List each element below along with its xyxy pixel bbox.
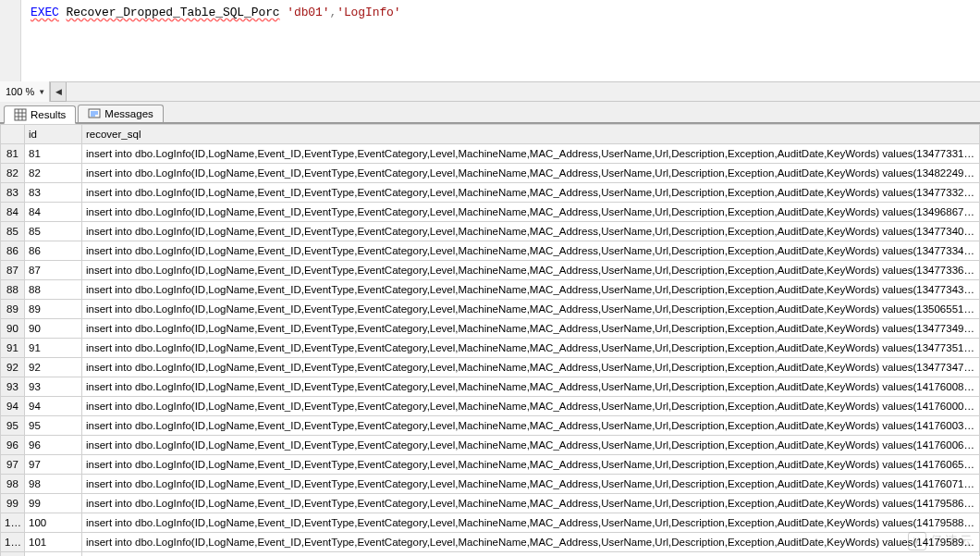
cell-recover-sql[interactable]: insert into dbo.LogInfo(ID,LogName,Event… <box>82 300 980 319</box>
header-recover-sql[interactable]: recover_sql <box>82 125 980 144</box>
cell-id[interactable]: 92 <box>25 358 82 377</box>
row-number[interactable]: 84 <box>1 203 25 222</box>
row-number[interactable]: 82 <box>1 164 25 183</box>
cell-recover-sql[interactable]: insert into dbo.LogInfo(ID,LogName,Event… <box>82 222 980 241</box>
table-row[interactable]: 8989insert into dbo.LogInfo(ID,LogName,E… <box>1 300 980 319</box>
cell-recover-sql[interactable]: insert into dbo.LogInfo(ID,LogName,Event… <box>82 397 980 416</box>
cell-id[interactable]: 94 <box>25 397 82 416</box>
table-row[interactable]: 9595insert into dbo.LogInfo(ID,LogName,E… <box>1 416 980 436</box>
cell-id[interactable]: 93 <box>25 377 82 397</box>
cell-id[interactable]: 101 <box>25 533 82 552</box>
row-number[interactable]: 94 <box>1 397 25 416</box>
cell-id[interactable]: 87 <box>25 261 82 280</box>
cell-recover-sql[interactable]: insert into dbo.LogInfo(ID,LogName,Event… <box>82 416 980 436</box>
table-row[interactable]: 9292insert into dbo.LogInfo(ID,LogName,E… <box>1 358 980 377</box>
cell-id[interactable]: 99 <box>25 494 82 513</box>
table-row[interactable]: 8585insert into dbo.LogInfo(ID,LogName,E… <box>1 222 980 241</box>
table-row[interactable]: 9696insert into dbo.LogInfo(ID,LogName,E… <box>1 436 980 455</box>
header-corner[interactable] <box>1 125 25 144</box>
table-row[interactable]: 9797insert into dbo.LogInfo(ID,LogName,E… <box>1 455 980 475</box>
scroll-left-button[interactable]: ◀ <box>50 82 67 102</box>
row-number[interactable]: 102 <box>1 552 25 557</box>
cell-recover-sql[interactable]: insert into dbo.LogInfo(ID,LogName,Event… <box>82 203 980 222</box>
row-number[interactable]: 96 <box>1 436 25 455</box>
cell-recover-sql[interactable]: insert into dbo.LogInfo(ID,LogName,Event… <box>82 358 980 377</box>
row-number[interactable]: 83 <box>1 183 25 203</box>
row-number[interactable]: 87 <box>1 261 25 280</box>
cell-recover-sql[interactable]: insert into dbo.LogInfo(ID,LogName,Event… <box>82 280 980 300</box>
row-number[interactable]: 101 <box>1 533 25 552</box>
table-row[interactable]: 9191insert into dbo.LogInfo(ID,LogName,E… <box>1 339 980 358</box>
row-number[interactable]: 81 <box>1 144 25 164</box>
table-row[interactable]: 9393insert into dbo.LogInfo(ID,LogName,E… <box>1 377 980 397</box>
cell-recover-sql[interactable]: insert into dbo.LogInfo(ID,LogName,Event… <box>82 513 980 533</box>
cell-id[interactable]: 85 <box>25 222 82 241</box>
table-row[interactable]: 102102insert into dbo.LogInfo(ID,LogName… <box>1 552 980 557</box>
breakpoint-gutter[interactable] <box>0 0 21 81</box>
table-row[interactable]: 9999insert into dbo.LogInfo(ID,LogName,E… <box>1 494 980 513</box>
table-row[interactable]: 8484insert into dbo.LogInfo(ID,LogName,E… <box>1 203 980 222</box>
row-number[interactable]: 90 <box>1 319 25 339</box>
table-row[interactable]: 9898insert into dbo.LogInfo(ID,LogName,E… <box>1 475 980 494</box>
cell-id[interactable]: 84 <box>25 203 82 222</box>
table-row[interactable]: 100100insert into dbo.LogInfo(ID,LogName… <box>1 513 980 533</box>
cell-recover-sql[interactable]: insert into dbo.LogInfo(ID,LogName,Event… <box>82 455 980 475</box>
cell-id[interactable]: 82 <box>25 164 82 183</box>
cell-id[interactable]: 90 <box>25 319 82 339</box>
table-row[interactable]: 8787insert into dbo.LogInfo(ID,LogName,E… <box>1 261 980 280</box>
cell-recover-sql[interactable]: insert into dbo.LogInfo(ID,LogName,Event… <box>82 552 980 557</box>
cell-id[interactable]: 95 <box>25 416 82 436</box>
cell-recover-sql[interactable]: insert into dbo.LogInfo(ID,LogName,Event… <box>82 533 980 552</box>
row-number[interactable]: 88 <box>1 280 25 300</box>
cell-recover-sql[interactable]: insert into dbo.LogInfo(ID,LogName,Event… <box>82 475 980 494</box>
cell-recover-sql[interactable]: insert into dbo.LogInfo(ID,LogName,Event… <box>82 339 980 358</box>
cell-id[interactable]: 86 <box>25 241 82 261</box>
cell-id[interactable]: 102 <box>25 552 82 557</box>
row-number[interactable]: 86 <box>1 241 25 261</box>
cell-recover-sql[interactable]: insert into dbo.LogInfo(ID,LogName,Event… <box>82 241 980 261</box>
cell-id[interactable]: 98 <box>25 475 82 494</box>
cell-recover-sql[interactable]: insert into dbo.LogInfo(ID,LogName,Event… <box>82 183 980 203</box>
zoom-selector[interactable]: 100 % ▼ <box>0 81 50 102</box>
table-row[interactable]: 8383insert into dbo.LogInfo(ID,LogName,E… <box>1 183 980 203</box>
cell-id[interactable]: 96 <box>25 436 82 455</box>
row-number[interactable]: 92 <box>1 358 25 377</box>
table-row[interactable]: 8888insert into dbo.LogInfo(ID,LogName,E… <box>1 280 980 300</box>
row-number[interactable]: 100 <box>1 513 25 533</box>
table-row[interactable]: 8181insert into dbo.LogInfo(ID,LogName,E… <box>1 144 980 164</box>
table-row[interactable]: 101101insert into dbo.LogInfo(ID,LogName… <box>1 533 980 552</box>
cell-recover-sql[interactable]: insert into dbo.LogInfo(ID,LogName,Event… <box>82 436 980 455</box>
table-row[interactable]: 8686insert into dbo.LogInfo(ID,LogName,E… <box>1 241 980 261</box>
row-number[interactable]: 95 <box>1 416 25 436</box>
cell-id[interactable]: 91 <box>25 339 82 358</box>
row-number[interactable]: 91 <box>1 339 25 358</box>
cell-id[interactable]: 100 <box>25 513 82 533</box>
results-grid[interactable]: id recover_sql 8181insert into dbo.LogIn… <box>0 124 980 556</box>
cell-id[interactable]: 83 <box>25 183 82 203</box>
table-row[interactable]: 9494insert into dbo.LogInfo(ID,LogName,E… <box>1 397 980 416</box>
cell-id[interactable]: 97 <box>25 455 82 475</box>
sql-text[interactable]: EXEC Recover_Dropped_Table_SQL_Porc 'db0… <box>21 0 410 81</box>
sql-editor[interactable]: EXEC Recover_Dropped_Table_SQL_Porc 'db0… <box>0 0 980 82</box>
cell-recover-sql[interactable]: insert into dbo.LogInfo(ID,LogName,Event… <box>82 261 980 280</box>
tab-results[interactable]: Results <box>4 105 76 124</box>
tab-messages[interactable]: Messages <box>78 105 163 122</box>
cell-id[interactable]: 81 <box>25 144 82 164</box>
cell-recover-sql[interactable]: insert into dbo.LogInfo(ID,LogName,Event… <box>82 319 980 339</box>
row-number[interactable]: 93 <box>1 377 25 397</box>
header-id[interactable]: id <box>25 125 82 144</box>
cell-id[interactable]: 88 <box>25 280 82 300</box>
cell-id[interactable]: 89 <box>25 300 82 319</box>
table-row[interactable]: 8282insert into dbo.LogInfo(ID,LogName,E… <box>1 164 980 183</box>
cell-recover-sql[interactable]: insert into dbo.LogInfo(ID,LogName,Event… <box>82 144 980 164</box>
cell-recover-sql[interactable]: insert into dbo.LogInfo(ID,LogName,Event… <box>82 377 980 397</box>
cell-recover-sql[interactable]: insert into dbo.LogInfo(ID,LogName,Event… <box>82 164 980 183</box>
row-number[interactable]: 89 <box>1 300 25 319</box>
row-number[interactable]: 98 <box>1 475 25 494</box>
table-row[interactable]: 9090insert into dbo.LogInfo(ID,LogName,E… <box>1 319 980 339</box>
row-number[interactable]: 97 <box>1 455 25 475</box>
row-number[interactable]: 85 <box>1 222 25 241</box>
cell-recover-sql[interactable]: insert into dbo.LogInfo(ID,LogName,Event… <box>82 494 980 513</box>
row-number[interactable]: 99 <box>1 494 25 513</box>
results-table[interactable]: id recover_sql 8181insert into dbo.LogIn… <box>0 124 980 556</box>
